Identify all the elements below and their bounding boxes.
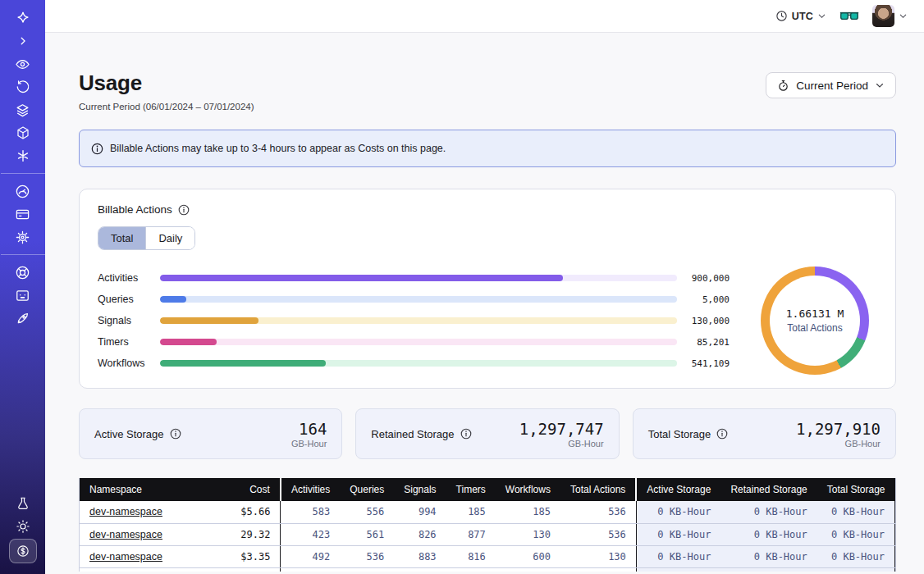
tab-total[interactable]: Total — [98, 227, 145, 249]
page-title: Usage — [79, 71, 254, 96]
glasses-icon[interactable] — [839, 10, 859, 23]
credit-card-icon[interactable] — [7, 203, 39, 225]
namespace-link[interactable]: dev-namespace — [89, 529, 162, 540]
cost-cell: $5.66 — [231, 501, 281, 523]
info-icon[interactable] — [460, 428, 472, 440]
info-icon[interactable] — [170, 428, 181, 440]
retained_storage-cell — [720, 567, 817, 572]
cost-cell: $3.35 — [231, 545, 281, 567]
cost-cell — [231, 567, 281, 572]
namespace-link[interactable]: dev-namespace — [89, 551, 162, 563]
usage-table-body: dev-namespace$5.665835569941851855360 KB… — [80, 501, 895, 572]
info-icon[interactable] — [716, 428, 728, 440]
activities-cell: 423 — [281, 523, 340, 545]
column-header: Activities — [281, 478, 340, 501]
total_storage-cell: 0 KB-Hour — [817, 501, 895, 523]
timers-cell — [446, 567, 496, 572]
bar-fill — [160, 360, 326, 367]
retained_storage-cell: 0 KB-Hour — [720, 501, 817, 523]
timezone-selector[interactable]: UTC — [775, 10, 826, 22]
workflows-cell: 185 — [496, 501, 560, 523]
active-storage-card: Active Storage 164 GB-Hour — [79, 408, 342, 459]
cube-icon[interactable] — [7, 122, 39, 144]
user-avatar — [872, 5, 894, 27]
total_actions-cell: 536 — [560, 523, 636, 545]
usage-table-wrap: NamespaceCostActivitiesQueriesSignalsTim… — [79, 478, 896, 572]
sun-icon[interactable] — [7, 516, 39, 537]
total-storage-card: Total Storage 1,297,910 GB-Hour — [633, 408, 896, 459]
info-icon[interactable] — [178, 204, 190, 216]
column-header: Timers — [446, 478, 496, 501]
tab-daily[interactable]: Daily — [145, 227, 194, 249]
donut-wrap: 1.66131 M Total Actions — [752, 266, 877, 375]
activities-cell: 583 — [281, 501, 340, 523]
table-row: dev-namespace29.324235618268771305360 KB… — [80, 523, 895, 545]
bar-track — [160, 360, 677, 367]
namespace-cell: dev-namespace — [80, 545, 231, 567]
signals-cell: 826 — [394, 523, 446, 545]
eye-icon[interactable] — [7, 53, 39, 75]
history-icon[interactable] — [7, 76, 39, 98]
asterisk-icon[interactable] — [7, 145, 39, 166]
total_actions-cell: 130 — [560, 545, 636, 567]
layers-icon[interactable] — [7, 99, 39, 121]
column-header: Total Actions — [560, 478, 636, 501]
bar-fill — [160, 275, 563, 281]
bar-row: Queries5,000 — [98, 289, 730, 310]
chevron-down-icon — [875, 80, 885, 90]
console-icon[interactable] — [7, 285, 39, 306]
bar-value: 900,000 — [677, 273, 730, 284]
user-menu[interactable] — [872, 5, 908, 27]
bar-track — [160, 275, 677, 281]
activities-cell — [281, 567, 340, 572]
donut-center: 1.66131 M Total Actions — [786, 308, 844, 334]
bar-track — [160, 339, 677, 345]
chevron-right-icon[interactable] — [7, 30, 39, 52]
lifebuoy-icon[interactable] — [7, 262, 39, 283]
total-storage-label: Total Storage — [648, 428, 711, 440]
active-storage-value: 164 — [291, 420, 327, 438]
bar-fill — [160, 296, 186, 303]
clock-icon — [775, 10, 788, 22]
table-row: dev-namespace — [80, 567, 895, 572]
bar-value: 5,000 — [677, 294, 730, 305]
gear-icon[interactable] — [7, 226, 39, 248]
table-header-row: NamespaceCostActivitiesQueriesSignalsTim… — [80, 478, 895, 501]
temporal-logo-icon[interactable] — [7, 7, 39, 29]
flask-icon[interactable] — [7, 493, 39, 514]
bar-value: 541,109 — [677, 358, 730, 369]
retained_storage-cell: 0 KB-Hour — [720, 545, 817, 567]
donut-total-label: Total Actions — [786, 322, 844, 334]
topbar: UTC — [45, 0, 924, 33]
total-storage-unit: GB-Hour — [796, 439, 881, 449]
total-storage-value: 1,297,910 — [796, 420, 881, 438]
gauge-icon[interactable] — [7, 180, 39, 202]
workflows-cell: 130 — [496, 523, 560, 545]
billable-chart-row: Activities900,000Queries5,000Signals130,… — [98, 266, 877, 375]
period-select-button[interactable]: Current Period — [766, 72, 896, 98]
sidebar-divider — [1, 173, 45, 174]
retained-storage-card: Retained Storage 1,297,747 GB-Hour — [355, 408, 619, 459]
active_storage-cell: 0 KB-Hour — [636, 523, 720, 545]
active_storage-cell: 0 KB-Hour — [636, 501, 720, 523]
namespace-link[interactable]: dev-namespace — [89, 506, 162, 517]
bar-row: Workflows541,109 — [98, 353, 730, 374]
rocket-icon[interactable] — [7, 308, 39, 329]
total_actions-cell: 536 — [560, 501, 636, 523]
bar-label: Activities — [98, 272, 160, 284]
page-subtitle: Current Period (06/01/2024 – 07/01/2024) — [79, 102, 254, 112]
column-header: Total Storage — [817, 478, 895, 501]
app-root: UTC Usage Current Period (06/01/2024 — [0, 0, 924, 574]
total-actions-donut: 1.66131 M Total Actions — [761, 266, 869, 375]
column-header: Workflows — [496, 478, 560, 501]
queries-cell: 561 — [340, 523, 394, 545]
timers-cell: 816 — [446, 545, 496, 567]
dollar-icon[interactable] — [9, 539, 37, 563]
total_storage-cell: 0 KB-Hour — [817, 545, 895, 567]
period-button-label: Current Period — [796, 80, 868, 92]
active-storage-unit: GB-Hour — [291, 439, 327, 449]
main-content: Usage Current Period (06/01/2024 – 07/01… — [45, 33, 924, 574]
chevron-down-icon — [899, 11, 908, 20]
usage-table: NamespaceCostActivitiesQueriesSignalsTim… — [80, 478, 895, 572]
queries-cell: 536 — [340, 545, 394, 567]
